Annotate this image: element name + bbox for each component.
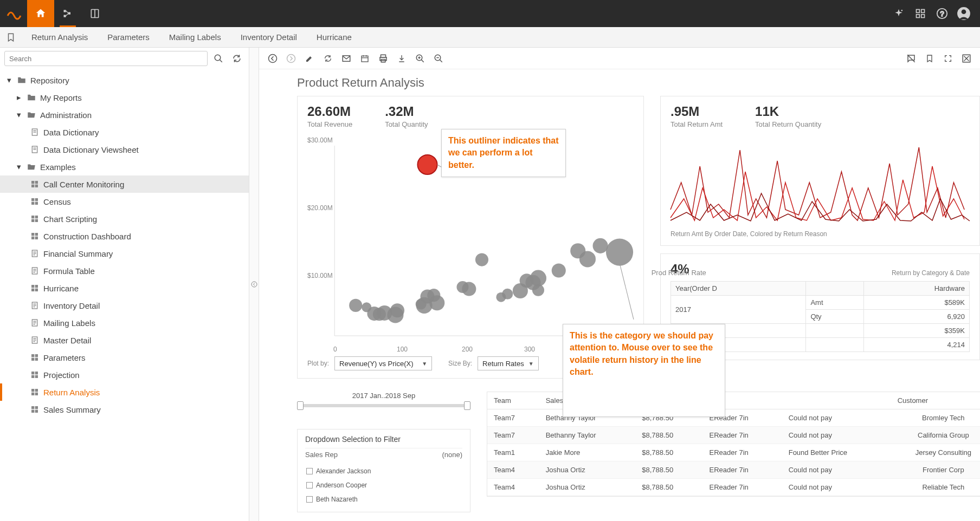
print-icon[interactable] [375, 50, 391, 67]
sales-rep-filter[interactable]: Sales Rep (none) [305, 448, 462, 461]
tab-mailing-labels[interactable]: Mailing Labels [164, 29, 227, 45]
bookmark-bar-icon[interactable] [4, 31, 17, 44]
expand-icon[interactable] [940, 50, 956, 67]
prev-button[interactable] [265, 50, 281, 67]
sidebar: ▾ Repository ▸ My Reports ▾ Administrati… [0, 48, 249, 521]
svg-point-115 [429, 295, 444, 310]
tree-nav-button[interactable] [54, 0, 81, 27]
dashboard-icon[interactable] [910, 0, 931, 27]
chevron-down-icon: ▾ [5, 75, 13, 85]
svg-rect-69 [35, 372, 38, 374]
refresh-tree-icon[interactable] [229, 51, 244, 66]
svg-rect-66 [31, 358, 34, 361]
tree-item-construction-dashboard[interactable]: Construction Dashboard [0, 227, 249, 245]
bookmark-icon[interactable] [921, 50, 938, 67]
tree-examples[interactable]: ▾ Examples [0, 158, 249, 175]
help-icon[interactable]: ? [931, 0, 953, 27]
slider-thumb-left[interactable] [297, 401, 304, 410]
sparkles-icon[interactable] [888, 0, 910, 27]
table-row[interactable]: Team4Joshua Ortiz$8,788.50EReader 7inCou… [487, 479, 980, 496]
tree-item-return-analysis[interactable]: Return Analysis [0, 383, 249, 401]
slider-thumb-right[interactable] [464, 401, 470, 410]
tree-my-reports[interactable]: ▸ My Reports [0, 89, 249, 106]
tree-item-call-center-monitoring[interactable]: Call Center Monitoring [0, 175, 249, 193]
tree-administration[interactable]: ▾ Administration [0, 106, 249, 123]
dashboard-icon [29, 213, 40, 224]
tab-hurricane[interactable]: Hurricane [311, 29, 357, 45]
user-avatar-icon[interactable] [953, 0, 975, 27]
svg-rect-74 [31, 393, 34, 395]
tab-return-analysis[interactable]: Return Analysis [26, 29, 93, 45]
tree-item-formula-table[interactable]: Formula Table [0, 262, 249, 279]
chevron-right-icon: ▸ [15, 93, 23, 102]
checkbox-icon [306, 482, 313, 489]
annotation-category: This is the category we should pay atten… [563, 324, 725, 417]
sidebar-collapse-button[interactable] [249, 48, 259, 521]
svg-rect-67 [35, 358, 38, 361]
tab-inventory-detail[interactable]: Inventory Detail [235, 29, 302, 45]
transactions-table[interactable]: Team Sales Rep↑² Customer Team7Bethanny … [487, 392, 980, 497]
svg-rect-37 [35, 233, 38, 236]
download-icon[interactable] [394, 50, 410, 67]
svg-rect-64 [31, 354, 34, 357]
svg-point-128 [579, 251, 596, 267]
plot-by-select[interactable]: Revenue(Y) vs Price(X)▼ [334, 356, 432, 370]
tree-item-hurricane[interactable]: Hurricane [0, 279, 249, 297]
tab-parameters[interactable]: Parameters [102, 29, 155, 45]
tree-item-data-dictionary-viewsheet[interactable]: Data Dictionary Viewsheet [0, 141, 249, 158]
svg-point-16 [215, 55, 221, 61]
chevron-down-icon: ▾ [15, 162, 23, 172]
svg-rect-9 [921, 10, 925, 13]
library-button[interactable] [81, 0, 108, 27]
date-slider[interactable] [297, 401, 470, 409]
tree-item-financial-summary[interactable]: Financial Summary [0, 245, 249, 262]
tree-item-master-detail[interactable]: Master Detail [0, 331, 249, 349]
edit-icon[interactable] [301, 50, 318, 67]
zoom-in-icon[interactable] [412, 50, 428, 67]
refresh-icon[interactable] [320, 50, 336, 67]
filter-check-beth-nazareth[interactable]: Beth Nazareth [305, 492, 462, 506]
home-button[interactable] [27, 0, 54, 27]
annotation-off-icon[interactable] [903, 50, 919, 67]
zoom-out-icon[interactable] [430, 50, 447, 67]
size-by-label: Size By: [448, 360, 472, 367]
table-row[interactable]: Team7Bethanny Taylor$8,788.50EReader 7in… [487, 427, 980, 444]
return-sparkline[interactable] [670, 134, 970, 226]
mail-icon[interactable] [338, 50, 354, 67]
page-icon [29, 127, 40, 138]
svg-rect-28 [31, 198, 34, 201]
tree-item-census[interactable]: Census [0, 193, 249, 210]
tree-root-repository[interactable]: ▾ Repository [0, 71, 249, 89]
chevron-down-icon: ▼ [422, 361, 427, 367]
calendar-icon[interactable] [357, 50, 373, 67]
svg-line-3 [66, 11, 68, 13]
svg-line-17 [220, 60, 222, 62]
checkbox-icon [306, 496, 313, 503]
size-by-select[interactable]: Return Rates▼ [478, 356, 539, 370]
table-row[interactable]: Team4Joshua Ortiz$8,788.50EReader 7inCou… [487, 461, 980, 479]
dashboard-icon [29, 196, 40, 207]
svg-point-126 [552, 263, 566, 277]
tree-item-inventory-detail[interactable]: Inventory Detail [0, 297, 249, 314]
next-button[interactable] [283, 50, 299, 67]
tabbar: Return Analysis Parameters Mailing Label… [0, 27, 980, 48]
maximize-icon[interactable] [958, 50, 975, 67]
page-icon [29, 335, 40, 346]
svg-rect-79 [35, 410, 38, 413]
tree-item-sales-summary[interactable]: Sales Summary [0, 401, 249, 418]
tree-item-parameters[interactable]: Parameters [0, 349, 249, 366]
table-row[interactable]: Team7Bethanny Taylor$8,788.50EReader 7in… [487, 409, 980, 427]
svg-point-130 [606, 238, 633, 265]
table-row[interactable]: Team1Jakie More$8,788.50EReader 7inFound… [487, 444, 980, 461]
tree-item-chart-scripting[interactable]: Chart Scripting [0, 210, 249, 227]
tree-item-projection[interactable]: Projection [0, 366, 249, 383]
filter-check-anderson-cooper[interactable]: Anderson Cooper [305, 478, 462, 492]
svg-rect-0 [64, 10, 66, 12]
search-icon[interactable] [211, 51, 226, 66]
tree-item-mailing-labels[interactable]: Mailing Labels [0, 314, 249, 331]
filter-check-alexander-jackson[interactable]: Alexander Jackson [305, 464, 462, 478]
svg-rect-68 [31, 372, 34, 374]
svg-line-96 [440, 60, 442, 62]
tree-item-data-dictionary[interactable]: Data Dictionary [0, 123, 249, 141]
search-input[interactable] [4, 51, 208, 66]
